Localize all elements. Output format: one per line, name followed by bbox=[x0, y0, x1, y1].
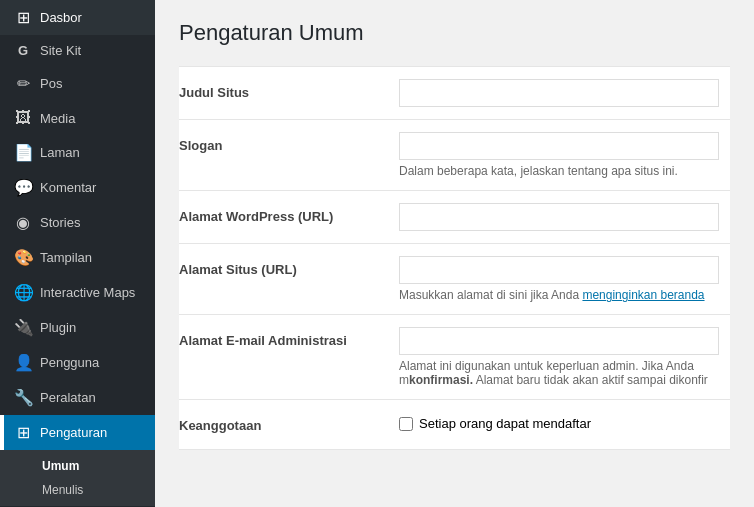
field-label-keanggotaan: Keanggotaan bbox=[179, 400, 399, 450]
komentar-icon: 💬 bbox=[14, 178, 32, 197]
sidebar-item-stories[interactable]: ◉ Stories bbox=[0, 205, 155, 240]
sidebar-item-label: Pos bbox=[40, 76, 62, 91]
field-value-keanggotaan: Setiap orang dapat mendaftar bbox=[399, 400, 730, 450]
alamat-wordpress-input[interactable] bbox=[399, 203, 719, 231]
table-row: Judul Situs bbox=[179, 67, 730, 120]
sidebar-item-media[interactable]: 🖼 Media bbox=[0, 101, 155, 135]
sidebar-submenu-pengaturan: Umum Menulis bbox=[0, 450, 155, 506]
sidebar-item-label: Peralatan bbox=[40, 390, 96, 405]
field-value-alamat-wordpress bbox=[399, 191, 730, 244]
media-icon: 🖼 bbox=[14, 109, 32, 127]
field-value-email: Alamat ini digunakan untuk keperluan adm… bbox=[399, 315, 730, 400]
email-help: Alamat ini digunakan untuk keperluan adm… bbox=[399, 359, 730, 387]
sidebar-item-komentar[interactable]: 💬 Komentar bbox=[0, 170, 155, 205]
submenu-item-umum[interactable]: Umum bbox=[36, 454, 155, 478]
keanggotaan-checkbox[interactable] bbox=[399, 417, 413, 431]
laman-icon: 📄 bbox=[14, 143, 32, 162]
sidebar-item-label: Plugin bbox=[40, 320, 76, 335]
plugin-icon: 🔌 bbox=[14, 318, 32, 337]
sidebar-item-interactive-maps[interactable]: 🌐 Interactive Maps bbox=[0, 275, 155, 310]
table-row: Keanggotaan Setiap orang dapat mendaftar bbox=[179, 400, 730, 450]
peralatan-icon: 🔧 bbox=[14, 388, 32, 407]
alamat-situs-input[interactable] bbox=[399, 256, 719, 284]
sidebar-item-plugin[interactable]: 🔌 Plugin bbox=[0, 310, 155, 345]
field-value-judul-situs bbox=[399, 67, 730, 120]
main-content: Pengaturan Umum Judul Situs Slogan Dalam… bbox=[155, 0, 754, 507]
slogan-help: Dalam beberapa kata, jelaskan tentang ap… bbox=[399, 164, 730, 178]
email-input[interactable] bbox=[399, 327, 719, 355]
sidebar-item-label: Stories bbox=[40, 215, 80, 230]
field-value-slogan: Dalam beberapa kata, jelaskan tentang ap… bbox=[399, 120, 730, 191]
table-row: Alamat WordPress (URL) bbox=[179, 191, 730, 244]
sidebar-item-label: Interactive Maps bbox=[40, 285, 135, 300]
sidebar-item-pengguna[interactable]: 👤 Pengguna bbox=[0, 345, 155, 380]
sidebar-item-label: Laman bbox=[40, 145, 80, 160]
sidebar-item-label: Media bbox=[40, 111, 75, 126]
field-label-email: Alamat E-mail Administrasi bbox=[179, 315, 399, 400]
field-label-slogan: Slogan bbox=[179, 120, 399, 191]
sidebar-item-peralatan[interactable]: 🔧 Peralatan bbox=[0, 380, 155, 415]
field-label-judul-situs: Judul Situs bbox=[179, 67, 399, 120]
sidebar-item-label: Pengguna bbox=[40, 355, 99, 370]
interactive-maps-icon: 🌐 bbox=[14, 283, 32, 302]
field-label-alamat-wordpress: Alamat WordPress (URL) bbox=[179, 191, 399, 244]
stories-icon: ◉ bbox=[14, 213, 32, 232]
sidebar-item-label: Tampilan bbox=[40, 250, 92, 265]
submenu-item-menulis[interactable]: Menulis bbox=[36, 478, 155, 502]
tampilan-icon: 🎨 bbox=[14, 248, 32, 267]
sidebar-item-pos[interactable]: ✏ Pos bbox=[0, 66, 155, 101]
dasbor-icon: ⊞ bbox=[14, 8, 32, 27]
keanggotaan-label: Setiap orang dapat mendaftar bbox=[419, 416, 591, 431]
sidebar-item-label: Dasbor bbox=[40, 10, 82, 25]
sitekit-icon: G bbox=[14, 43, 32, 58]
field-value-alamat-situs: Masukkan alamat di sini jika Anda mengin… bbox=[399, 244, 730, 315]
table-row: Alamat E-mail Administrasi Alamat ini di… bbox=[179, 315, 730, 400]
pos-icon: ✏ bbox=[14, 74, 32, 93]
sidebar-item-pengaturan[interactable]: ⊞ Pengaturan bbox=[0, 415, 155, 450]
slogan-input[interactable] bbox=[399, 132, 719, 160]
alamat-situs-link[interactable]: menginginkan beranda bbox=[582, 288, 704, 302]
judul-situs-input[interactable] bbox=[399, 79, 719, 107]
field-label-alamat-situs: Alamat Situs (URL) bbox=[179, 244, 399, 315]
settings-table: Judul Situs Slogan Dalam beberapa kata, … bbox=[179, 66, 730, 450]
sidebar-item-laman[interactable]: 📄 Laman bbox=[0, 135, 155, 170]
sidebar-item-label: Pengaturan bbox=[40, 425, 107, 440]
table-row: Alamat Situs (URL) Masukkan alamat di si… bbox=[179, 244, 730, 315]
sidebar: ⊞ Dasbor G Site Kit ✏ Pos 🖼 Media 📄 Lama… bbox=[0, 0, 155, 507]
sidebar-item-label: Komentar bbox=[40, 180, 96, 195]
pengguna-icon: 👤 bbox=[14, 353, 32, 372]
sidebar-item-tampilan[interactable]: 🎨 Tampilan bbox=[0, 240, 155, 275]
pengaturan-icon: ⊞ bbox=[14, 423, 32, 442]
sidebar-item-dasbor[interactable]: ⊞ Dasbor bbox=[0, 0, 155, 35]
sidebar-item-label: Site Kit bbox=[40, 43, 81, 58]
keanggotaan-checkbox-row: Setiap orang dapat mendaftar bbox=[399, 412, 730, 431]
alamat-situs-help: Masukkan alamat di sini jika Anda mengin… bbox=[399, 288, 730, 302]
page-title: Pengaturan Umum bbox=[179, 20, 730, 46]
sidebar-item-sitekit[interactable]: G Site Kit bbox=[0, 35, 155, 66]
table-row: Slogan Dalam beberapa kata, jelaskan ten… bbox=[179, 120, 730, 191]
